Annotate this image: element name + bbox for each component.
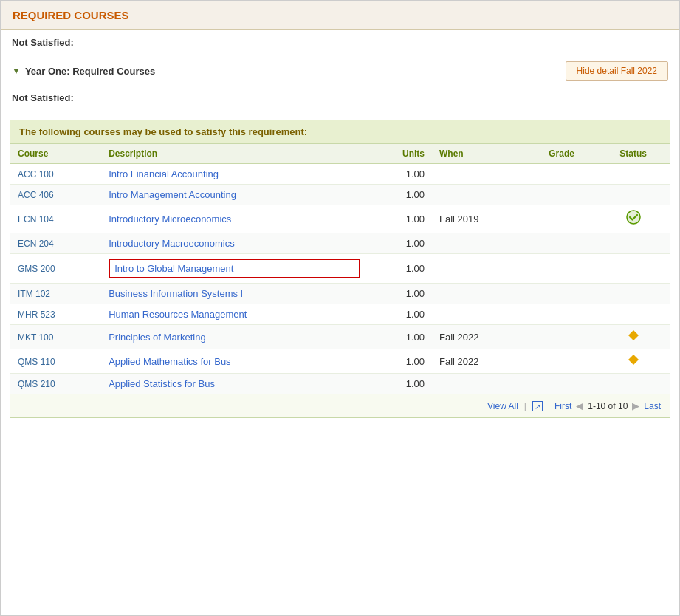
collapse-triangle-icon[interactable]: ▼: [12, 66, 21, 76]
course-link[interactable]: Intro to Global Management: [114, 263, 233, 274]
table-row: ECN 104Introductory Microeconomics1.00Fa…: [10, 205, 670, 233]
course-code: QMS 110: [18, 357, 55, 367]
course-code-cell: GMS 200: [10, 254, 101, 284]
table-row: ITM 102Business Information Systems I1.0…: [10, 284, 670, 304]
course-code: ACC 100: [18, 169, 54, 179]
status-cell: [597, 254, 670, 284]
svg-marker-3: [628, 355, 639, 365]
course-link[interactable]: Intro Financial Accounting: [109, 168, 219, 179]
course-code: ECN 104: [18, 214, 54, 225]
course-code-cell: ITM 102: [10, 284, 101, 304]
when-cell: Fall 2019: [432, 205, 526, 233]
course-description-cell: Introductory Macroeconomics: [101, 233, 368, 254]
table-header-row: Course Description Units When Grade Stat…: [10, 144, 670, 164]
units-cell: 1.00: [368, 254, 432, 284]
course-link[interactable]: Introductory Macroeconomics: [109, 238, 235, 249]
course-code: ITM 102: [18, 289, 50, 299]
course-link[interactable]: Business Information Systems I: [109, 288, 243, 299]
grade-cell: [526, 164, 597, 185]
not-satisfied-inner-label: Not Satisfied:: [1, 86, 679, 106]
when-cell: [432, 284, 526, 304]
course-link[interactable]: Human Resources Management: [109, 309, 247, 320]
pagination-row: View All | ↗ First ◀ 1-10 of 10 ▶ Last: [10, 394, 670, 417]
course-description-cell: Applied Statistics for Bus: [101, 374, 368, 394]
grade-cell: [526, 233, 597, 254]
course-description-cell: Business Information Systems I: [101, 284, 368, 304]
status-cell: [597, 284, 670, 304]
course-code-cell: QMS 210: [10, 374, 101, 394]
status-cell: [597, 349, 670, 374]
table-row: QMS 110Applied Mathematics for Bus1.00Fa…: [10, 349, 670, 374]
col-when: When: [432, 144, 526, 164]
diamond-icon: [628, 331, 639, 343]
col-course: Course: [10, 144, 101, 164]
courses-table: Course Description Units When Grade Stat…: [10, 144, 670, 394]
requirement-header: The following courses may be used to sat…: [10, 120, 670, 144]
table-row: MHR 523Human Resources Management1.00: [10, 304, 670, 325]
view-all-link[interactable]: View All: [487, 401, 518, 411]
next-nav-icon[interactable]: ▶: [632, 400, 639, 411]
when-cell: Fall 2022: [432, 349, 526, 374]
first-link[interactable]: First: [554, 401, 571, 411]
col-grade: Grade: [526, 144, 597, 164]
course-code: QMS 210: [18, 379, 55, 389]
course-code-cell: QMS 110: [10, 349, 101, 374]
table-row: GMS 200Intro to Global Management1.00: [10, 254, 670, 284]
year-row: ▼ Year One: Required Courses Hide detail…: [1, 55, 679, 86]
diamond-icon: [628, 355, 639, 368]
course-link[interactable]: Principles of Marketing: [109, 332, 206, 343]
last-link[interactable]: Last: [644, 401, 661, 411]
course-code: ECN 204: [18, 239, 54, 249]
course-code-cell: MKT 100: [10, 325, 101, 349]
col-status: Status: [597, 144, 670, 164]
col-description: Description: [101, 144, 368, 164]
when-cell: [432, 254, 526, 284]
not-satisfied-label: Not Satisfied:: [1, 30, 679, 55]
course-description-cell: Intro Financial Accounting: [101, 164, 368, 185]
course-link[interactable]: Applied Mathematics for Bus: [109, 356, 230, 367]
prev-nav-icon[interactable]: ◀: [576, 400, 583, 411]
units-cell: 1.00: [368, 325, 432, 349]
units-cell: 1.00: [368, 233, 432, 254]
when-cell: Fall 2022: [432, 325, 526, 349]
course-code-cell: ECN 104: [10, 205, 101, 233]
hide-detail-button[interactable]: Hide detail Fall 2022: [566, 61, 668, 81]
course-code-cell: ACC 100: [10, 164, 101, 185]
table-row: MKT 100Principles of Marketing1.00Fall 2…: [10, 325, 670, 349]
check-icon: [626, 213, 641, 227]
course-code-cell: ECN 204: [10, 233, 101, 254]
section-header: REQUIRED COURSES: [1, 1, 679, 30]
highlighted-description: Intro to Global Management: [109, 259, 360, 278]
units-cell: 1.00: [368, 304, 432, 325]
when-cell: [432, 164, 526, 185]
grade-cell: [526, 205, 597, 233]
grade-cell: [526, 304, 597, 325]
course-code-cell: ACC 406: [10, 185, 101, 205]
grade-cell: [526, 325, 597, 349]
section-title: REQUIRED COURSES: [13, 9, 129, 21]
status-cell: [597, 233, 670, 254]
svg-marker-2: [628, 330, 639, 340]
when-cell: [432, 304, 526, 325]
course-link[interactable]: Applied Statistics for Bus: [109, 378, 215, 389]
status-cell: [597, 304, 670, 325]
pipe-separator: |: [524, 401, 526, 411]
course-description-cell: Applied Mathematics for Bus: [101, 349, 368, 374]
units-cell: 1.00: [368, 164, 432, 185]
course-description-cell: Human Resources Management: [101, 304, 368, 325]
course-description-cell: Introductory Microeconomics: [101, 205, 368, 233]
pagination-range: 1-10 of 10: [588, 401, 628, 411]
grade-cell: [526, 185, 597, 205]
course-description-cell: Principles of Marketing: [101, 325, 368, 349]
table-row: ECN 204Introductory Macroeconomics1.00: [10, 233, 670, 254]
course-link[interactable]: Introductory Microeconomics: [109, 213, 231, 225]
export-icon[interactable]: ↗: [532, 401, 543, 411]
course-description-cell: Intro Management Accounting: [101, 185, 368, 205]
year-section-title: Year One: Required Courses: [25, 66, 155, 77]
course-description-cell: Intro to Global Management: [101, 254, 368, 284]
year-title: ▼ Year One: Required Courses: [12, 66, 155, 77]
course-code-cell: MHR 523: [10, 304, 101, 325]
course-link[interactable]: Intro Management Accounting: [109, 189, 236, 200]
table-row: ACC 100Intro Financial Accounting1.00: [10, 164, 670, 185]
course-code: MHR 523: [18, 309, 55, 320]
